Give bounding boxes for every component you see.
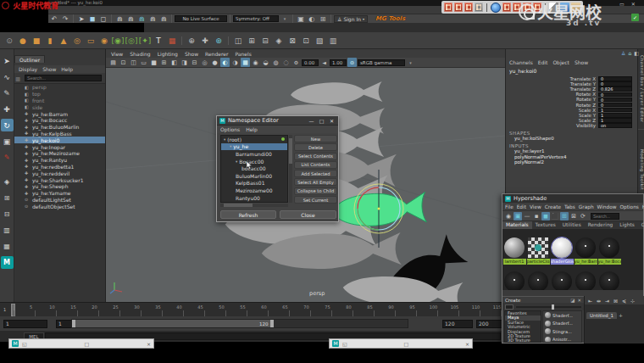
axis-tool-icon[interactable]: ⊕ bbox=[186, 35, 197, 47]
hypershade-tab[interactable]: Textures bbox=[532, 221, 559, 229]
maximize-icon[interactable]: □ bbox=[318, 118, 325, 124]
create-material-item[interactable]: Shaderf... bbox=[543, 311, 581, 320]
hs-sort-icon[interactable]: ⊞ bbox=[560, 212, 569, 221]
poly-disc-icon[interactable]: ◉ bbox=[98, 35, 110, 47]
channel-box-menu-item[interactable]: Edit bbox=[538, 59, 548, 65]
namespace-tree-item[interactable]: Mezirozame00 bbox=[221, 187, 287, 194]
outliner-item[interactable]: ✚ yu_he:reddevil bbox=[14, 170, 105, 176]
outliner-item[interactable]: ✚ yu_he:BuluoMarlin bbox=[14, 124, 105, 131]
maximize-icon[interactable]: □ bbox=[84, 341, 89, 347]
mgtools-button-2[interactable] bbox=[454, 3, 463, 12]
slider-track[interactable] bbox=[516, 306, 581, 308]
smooth-icon[interactable]: ◈ bbox=[273, 35, 285, 47]
shaded-icon[interactable]: ◑ bbox=[230, 58, 240, 67]
poly-torus-icon[interactable]: ◎ bbox=[71, 35, 83, 47]
fish-gray-8[interactable] bbox=[341, 273, 463, 302]
material-swatch[interactable]: yu_he:Boca... bbox=[598, 237, 621, 265]
poly-cube-icon[interactable]: ■ bbox=[31, 35, 42, 47]
outliner-tab[interactable]: Outliner bbox=[14, 55, 45, 63]
extrude-icon[interactable]: ▧ bbox=[314, 35, 325, 47]
wireframe-icon[interactable]: ◐ bbox=[220, 58, 230, 67]
gamma-field[interactable]: 1.00 bbox=[330, 59, 347, 66]
outliner-search-input[interactable] bbox=[25, 75, 102, 81]
maximize-button[interactable]: ▭ bbox=[619, 1, 625, 7]
bridge-icon[interactable]: ▥ bbox=[327, 35, 339, 47]
channel-box-node-name[interactable]: yu_he:koi0 bbox=[506, 66, 637, 76]
pivot-tool-icon[interactable]: ✚ bbox=[199, 35, 211, 47]
dialog-menu-item[interactable]: Help bbox=[246, 126, 258, 132]
layout-hypershade-icon[interactable]: ▦ bbox=[1, 240, 14, 253]
material-swatch[interactable]: particleClo... bbox=[527, 237, 550, 265]
material-swatch[interactable] bbox=[527, 271, 550, 290]
exposure-field[interactable]: 0.00 bbox=[302, 59, 319, 66]
paint-select-tool-icon[interactable]: ✎ bbox=[1, 87, 14, 99]
hypershade-menu-item[interactable]: Options bbox=[619, 204, 638, 209]
lock-camera-icon[interactable]: ⊡ bbox=[119, 58, 128, 67]
hypershade-menu-item[interactable]: Tabs bbox=[564, 204, 575, 209]
attr-value-field[interactable]: 0 bbox=[598, 98, 632, 103]
hypershade-menu-item[interactable]: Window bbox=[597, 204, 617, 209]
namespace-tree-item[interactable]: Bocacc00 bbox=[221, 158, 287, 165]
attr-value-field[interactable]: 1 bbox=[598, 113, 632, 118]
hypershade-tab[interactable]: Cameras bbox=[638, 221, 644, 229]
outliner-item[interactable]: ✚ yu_he:Sharksucker1 bbox=[14, 176, 105, 183]
field-chart-icon[interactable]: ◎ bbox=[200, 58, 209, 67]
layout-outliner-icon[interactable]: ▥ bbox=[1, 224, 14, 237]
playback-end-field[interactable]: 120 bbox=[442, 320, 473, 328]
scale-tool-icon[interactable]: ▣ bbox=[1, 135, 14, 148]
outliner-item[interactable]: ⊙ defaultObjectSet bbox=[14, 203, 105, 209]
lattice-icon[interactable]: ⊛ bbox=[213, 35, 225, 47]
hypershade-menu-item[interactable]: Graph bbox=[579, 204, 594, 209]
namespace-tree-item[interactable]: Sharksucker bbox=[221, 201, 287, 203]
viewport-menu-item[interactable]: Panels bbox=[235, 51, 251, 57]
gate-mask-icon[interactable]: ⊟ bbox=[190, 58, 199, 67]
namespace-tree-item[interactable]: BuluoMarlin00 bbox=[221, 172, 287, 180]
select-tool-icon[interactable]: ➤ bbox=[1, 54, 14, 67]
svg-tool-icon[interactable]: ▦ bbox=[166, 35, 178, 47]
outliner-item[interactable]: ✚ yu_he:koi0 bbox=[14, 137, 105, 143]
viewport-menu-item[interactable]: Renderer bbox=[205, 51, 228, 57]
resolution-gate-icon[interactable]: ◨ bbox=[180, 58, 189, 67]
poly-cone-icon[interactable]: ▲ bbox=[58, 35, 69, 47]
shadows-icon[interactable]: ◒ bbox=[261, 58, 270, 67]
paint-effects-icon[interactable]: ✎ bbox=[1, 151, 14, 164]
move-tool-icon[interactable]: ✚ bbox=[1, 103, 14, 115]
namespace-tree-item[interactable]: Barramundi00 bbox=[221, 150, 287, 158]
combine-icon[interactable]: ⊞ bbox=[246, 35, 258, 47]
bevel-icon[interactable]: ⊡ bbox=[300, 35, 312, 47]
exposure-icon[interactable]: ⚙ bbox=[291, 58, 301, 67]
chevron-down-icon[interactable]: ▾ bbox=[406, 58, 415, 67]
clear-graph-icon[interactable]: ⊠ bbox=[612, 297, 619, 304]
viewport-menu-item[interactable]: Lighting bbox=[158, 51, 178, 57]
maximize-icon[interactable]: □ bbox=[403, 341, 408, 347]
shelf-scroll-icon[interactable]: ⊙ bbox=[3, 35, 15, 47]
slider-knob[interactable] bbox=[552, 304, 554, 310]
hs-grid-icon[interactable]: ▣ bbox=[514, 212, 522, 221]
lasso-tool-icon[interactable]: ∿ bbox=[1, 70, 14, 83]
range-handle-right[interactable] bbox=[270, 320, 274, 327]
channel-box-menu-item[interactable]: Object bbox=[552, 59, 569, 65]
hs-large-swatch-icon[interactable]: ⬛ bbox=[551, 212, 559, 221]
poly-plane-icon[interactable]: ▭ bbox=[85, 35, 97, 47]
namespace-tree-item[interactable]: Rantyu00 bbox=[221, 194, 287, 202]
material-swatch[interactable]: yu_he:Barra... bbox=[575, 237, 597, 265]
namespace-action-button[interactable]: New bbox=[294, 135, 337, 142]
attr-value-field[interactable]: on bbox=[598, 123, 632, 128]
material-swatch[interactable]: yu_he:Bulu... bbox=[503, 271, 526, 290]
refresh-button[interactable]: Refresh bbox=[220, 210, 276, 219]
namespace-action-button[interactable]: Select Contents bbox=[294, 153, 337, 160]
type-tool-icon[interactable]: T bbox=[153, 35, 164, 47]
gamma-icon[interactable]: ◄ bbox=[319, 58, 329, 67]
create-tab[interactable]: Create bbox=[505, 298, 520, 303]
mgtools-button-4[interactable] bbox=[475, 3, 483, 12]
rotate-tool-icon[interactable]: ↻ bbox=[1, 119, 14, 131]
material-swatch[interactable] bbox=[598, 271, 621, 290]
fish-gray-1[interactable] bbox=[291, 81, 383, 105]
outliner-menu-item[interactable]: Show bbox=[42, 66, 56, 72]
hs-refresh-icon[interactable]: ⟳ bbox=[579, 212, 587, 221]
outliner-item[interactable]: ✚ yu_he:KelpBass bbox=[14, 131, 105, 137]
layout-single-icon[interactable]: ◈ bbox=[1, 176, 14, 188]
outliner-item[interactable]: ✚ yu_he:Barram bbox=[14, 110, 105, 117]
ao-icon[interactable]: ◍ bbox=[271, 58, 280, 67]
rearrange-graph-icon[interactable]: ≼ bbox=[620, 297, 628, 304]
